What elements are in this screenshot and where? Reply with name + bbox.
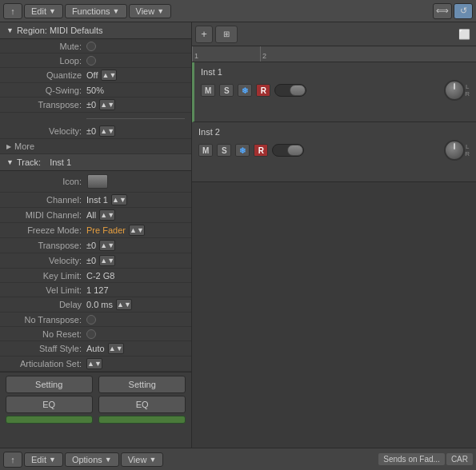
mute-checkbox[interactable] bbox=[86, 42, 96, 51]
secondary-toolbar: + ⊞ ⬜ bbox=[192, 22, 476, 46]
piano-icon bbox=[87, 174, 108, 189]
mute-row: Mute: bbox=[0, 39, 191, 54]
view-btn[interactable]: View ▼ bbox=[129, 4, 172, 18]
bottom-options-btn[interactable]: Options ▼ bbox=[65, 452, 119, 467]
track1-freeze-btn[interactable]: ❄ bbox=[238, 84, 252, 97]
midi-channel-label: MIDI Channel: bbox=[6, 210, 86, 220]
eq-btn-2[interactable]: EQ bbox=[98, 396, 186, 413]
track2-solo-btn[interactable]: S bbox=[217, 144, 231, 157]
key-limit-row: Key Limit: C-2 G8 bbox=[0, 269, 191, 283]
track-transpose-row: Transpose: ±0 ▲▼ bbox=[0, 238, 191, 253]
track-section-header[interactable]: ▼ Track: Inst 1 bbox=[0, 154, 191, 171]
track-inst2: Inst 2 M S ❄ R L R bbox=[192, 122, 476, 182]
region-velocity-label: Velocity: bbox=[6, 126, 86, 136]
setting-btn-1[interactable]: Setting bbox=[6, 376, 93, 393]
loop-label: Loop: bbox=[6, 56, 86, 66]
track2-header: Inst 2 bbox=[198, 127, 470, 137]
copy-btn[interactable]: ⊞ bbox=[215, 26, 238, 43]
channel-stepper[interactable]: ▲▼ bbox=[111, 194, 127, 205]
track-transpose-value: ±0 ▲▼ bbox=[86, 240, 115, 251]
track-velocity-value: ±0 ▲▼ bbox=[86, 255, 115, 266]
track1-solo-btn[interactable]: S bbox=[219, 84, 234, 97]
track2-mute-btn[interactable]: M bbox=[198, 144, 213, 157]
region-transpose-stepper[interactable]: ▲▼ bbox=[99, 99, 115, 110]
freeze-mode-stepper[interactable]: ▲▼ bbox=[129, 225, 145, 236]
track-transpose-label: Transpose: bbox=[6, 241, 86, 250]
no-transpose-checkbox[interactable] bbox=[86, 315, 96, 325]
region-velocity-row: Velocity: ±0 ▲▼ bbox=[0, 124, 191, 139]
track1-toggle-knob bbox=[290, 85, 306, 96]
track-icon-preview[interactable] bbox=[86, 173, 109, 190]
region-transpose-value: ±0 ▲▼ bbox=[86, 99, 115, 110]
track1-rec-btn[interactable]: R bbox=[256, 84, 270, 97]
bottom-up-arrow[interactable]: ↑ bbox=[3, 452, 22, 468]
track-velocity-row: Velocity: ±0 ▲▼ bbox=[0, 253, 191, 269]
no-transpose-label: No Transpose: bbox=[6, 315, 86, 325]
add-btn[interactable]: + bbox=[195, 26, 213, 43]
up-arrow-btn[interactable]: ↑ bbox=[3, 3, 22, 19]
bottom-edit-btn[interactable]: Edit ▼ bbox=[24, 452, 63, 467]
track-name-label: Inst 1 bbox=[50, 157, 71, 167]
loop-row: Loop: bbox=[0, 54, 191, 68]
region-velocity-stepper[interactable]: ▲▼ bbox=[99, 125, 115, 137]
channel-label: Channel: bbox=[6, 195, 86, 205]
bottom-bar: ↑ Edit ▼ Options ▼ View ▼ Sends on Fad..… bbox=[0, 448, 476, 470]
track2-toggle[interactable] bbox=[272, 144, 304, 157]
delay-stepper[interactable]: ▲▼ bbox=[116, 299, 132, 310]
view-dropdown-arrow: ▼ bbox=[157, 7, 164, 15]
track2-controls: M S ❄ R L R bbox=[198, 140, 470, 161]
quantize-stepper[interactable]: ▲▼ bbox=[101, 70, 117, 81]
track2-freeze-btn[interactable]: ❄ bbox=[235, 144, 250, 157]
green-btn-2[interactable] bbox=[98, 416, 186, 424]
more-triangle: ▶ bbox=[6, 143, 11, 150]
midi-channel-stepper[interactable]: ▲▼ bbox=[99, 209, 115, 221]
track2-toggle-knob bbox=[287, 145, 303, 156]
loop-icon-btn[interactable]: ↺ bbox=[454, 3, 473, 19]
loop-checkbox[interactable] bbox=[86, 56, 96, 66]
setting-btn-2[interactable]: Setting bbox=[98, 376, 186, 393]
track1-knob[interactable] bbox=[444, 80, 465, 101]
articulation-set-label: Articulation Set: bbox=[6, 359, 86, 368]
link-icon-btn[interactable]: ⟺ bbox=[433, 3, 452, 19]
no-reset-checkbox[interactable] bbox=[86, 329, 96, 339]
functions-btn[interactable]: Functions ▼ bbox=[65, 4, 127, 18]
articulation-set-stepper[interactable]: ▲▼ bbox=[86, 358, 102, 369]
car-label: CAR bbox=[446, 453, 473, 465]
midi-channel-row: MIDI Channel: All ▲▼ bbox=[0, 208, 191, 223]
btn-group-left: Setting EQ bbox=[6, 376, 93, 424]
track-transpose-stepper[interactable]: ▲▼ bbox=[99, 240, 115, 251]
ruler: 1 2 bbox=[192, 46, 476, 62]
max-icon[interactable]: ⬜ bbox=[455, 26, 473, 43]
track2-knob[interactable] bbox=[444, 140, 465, 161]
region-triangle: ▼ bbox=[6, 26, 14, 34]
channel-row: Channel: Inst 1 ▲▼ bbox=[0, 193, 191, 208]
region-section-header[interactable]: ▼ Region: MIDI Defaults bbox=[0, 22, 191, 39]
green-btn-1[interactable] bbox=[6, 416, 93, 424]
region-transpose-label: Transpose: bbox=[6, 100, 86, 110]
track-triangle: ▼ bbox=[6, 158, 14, 166]
staff-style-label: Staff Style: bbox=[6, 344, 86, 353]
track-velocity-stepper[interactable]: ▲▼ bbox=[99, 255, 115, 266]
right-panel: + ⊞ ⬜ 1 2 Inst 1 M S ❄ R bbox=[192, 22, 476, 448]
no-transpose-row: No Transpose: bbox=[0, 313, 191, 327]
track-velocity-label: Velocity: bbox=[6, 256, 86, 265]
track1-toggle[interactable] bbox=[274, 84, 306, 97]
quantize-row: Quantize Off ▲▼ bbox=[0, 68, 191, 83]
track1-mute-btn[interactable]: M bbox=[201, 84, 215, 97]
staff-style-value: Auto ▲▼ bbox=[86, 343, 124, 354]
staff-style-stepper[interactable]: ▲▼ bbox=[108, 343, 124, 354]
sends-label[interactable]: Sends on Fad... bbox=[378, 453, 445, 465]
no-reset-row: No Reset: bbox=[0, 327, 191, 341]
delay-row: Delay 0.0 ms ▲▼ bbox=[0, 297, 191, 313]
top-toolbar: ↑ Edit ▼ Functions ▼ View ▼ ⟺ ↺ bbox=[0, 0, 476, 22]
quantize-label: Quantize bbox=[6, 70, 86, 80]
more-row[interactable]: ▶ More bbox=[0, 139, 191, 154]
region-velocity-value: ±0 ▲▼ bbox=[86, 125, 115, 137]
eq-btn-1[interactable]: EQ bbox=[6, 396, 93, 413]
qswing-label: Q-Swing: bbox=[6, 86, 86, 95]
track-inst1: Inst 1 M S ❄ R L R bbox=[192, 62, 476, 122]
edit-btn[interactable]: Edit ▼ bbox=[24, 4, 63, 18]
bottom-view-btn[interactable]: View ▼ bbox=[121, 452, 164, 467]
midi-channel-value: All ▲▼ bbox=[86, 209, 115, 221]
track2-rec-btn[interactable]: R bbox=[254, 144, 268, 157]
